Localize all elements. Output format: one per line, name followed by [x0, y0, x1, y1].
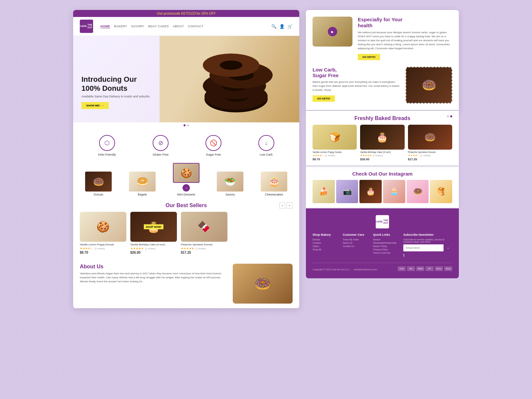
- donuts-svg: [176, 39, 293, 119]
- ig-post-2[interactable]: 📷: [336, 180, 358, 203]
- footer-return-link[interactable]: Return Policy: [373, 245, 398, 247]
- footer-customer-care: Customer Care Track My Order About Us Co…: [343, 233, 368, 258]
- footer-search-link[interactable]: Search: [373, 238, 398, 241]
- feature-lowcarb-label: Low Carb: [260, 153, 273, 156]
- mc-icon: MC: [407, 266, 415, 271]
- freshly-dot-1[interactable]: [447, 115, 449, 117]
- footer-donuts-link[interactable]: Donuts: [313, 238, 337, 241]
- promo-bar: Use promocode KETO123 for 20% OFF: [73, 10, 299, 17]
- freshly-dot-2[interactable]: [450, 115, 452, 117]
- dot-1[interactable]: [184, 124, 186, 126]
- feature-keto-label: Keto Friendly: [98, 153, 116, 156]
- product-1-name: Vanilla Lemon Poppy Donuts: [80, 243, 126, 246]
- footer-logo-box: CARB THE OUT: [376, 215, 389, 228]
- nav-savory[interactable]: SAVORY: [131, 25, 144, 28]
- ig-post-5[interactable]: 🍩: [407, 180, 429, 203]
- footer-care-title: Customer Care: [343, 233, 368, 236]
- nav-contact[interactable]: CONTACT: [188, 25, 203, 28]
- go-keto-button-2[interactable]: GO KETO!: [313, 95, 335, 102]
- keto-content: Especially for Your health We believe ju…: [358, 17, 452, 60]
- product-2-stars: ★★★★★ (1 review): [130, 247, 177, 250]
- hero-title: Introducing Our 100% Donuts: [81, 75, 150, 93]
- product-3-name: Pistachio Sprinkles Donuts: [181, 243, 227, 246]
- cat-mini-arrow[interactable]: →: [183, 184, 190, 192]
- prev-btn[interactable]: ‹: [279, 202, 285, 208]
- freshly-2-name: Vanilla Birthday Cake (9 inch): [360, 151, 404, 153]
- cat-mini-desserts[interactable]: 🍪 → Mini Desserts: [173, 163, 200, 196]
- freshly-2-price: $26.00: [360, 158, 404, 161]
- low-carb-card: Low Carb, Sugar Free Baked goods that ar…: [313, 67, 452, 103]
- next-btn[interactable]: ›: [287, 202, 293, 208]
- feature-gluten-label: Gluten Free: [153, 153, 169, 156]
- footer-track-link[interactable]: Track My Order: [343, 238, 368, 241]
- nav-bdaycakes[interactable]: BDAY CAKES: [148, 25, 169, 28]
- keto-image: ▶: [313, 17, 352, 47]
- nav-icons: 🔍 👤 🛒: [271, 24, 293, 29]
- footer-privacy-link[interactable]: Privacy Policy: [373, 248, 398, 251]
- ig-post-6[interactable]: 🥞: [430, 180, 452, 203]
- googlepay-icon: GPay: [444, 266, 452, 271]
- nav-about[interactable]: ABOUT: [173, 25, 184, 28]
- promo-text: Use promocode KETO123 for 20% OFF: [157, 12, 215, 15]
- product-3-stars: ★★★★★ (1 review): [181, 247, 227, 250]
- freshly-1-stars: ★★★★☆ (1 review): [313, 154, 357, 157]
- ig-post-1[interactable]: 🍰: [313, 180, 335, 203]
- instagram-grid: 🍰 📷 🎂 🧁 🍩 🥞: [313, 180, 452, 203]
- keto-body: We believe just because your lifestyle d…: [358, 31, 452, 51]
- footer-newsletter-title: Subscribe Newsletter: [403, 233, 452, 236]
- cat-cheesecakes[interactable]: 🎂 Cheesecakes: [261, 172, 287, 196]
- best-sellers-section: ‹ › Our Best Sellers 🍪 Vanilla Lemon Pop…: [73, 198, 299, 259]
- footer-wholesale-link[interactable]: Wholesale/Partnership: [373, 242, 398, 244]
- freshly-3-img: 🍩: [408, 125, 452, 150]
- search-icon[interactable]: 🔍: [271, 24, 277, 29]
- footer-social-fb[interactable]: f: [403, 253, 452, 258]
- low-carb-image: 🍩: [406, 67, 452, 103]
- about-text: About Us Valentina and Alfredo began the…: [80, 264, 227, 304]
- nav-home[interactable]: HOME: [100, 25, 110, 28]
- footer-columns: Shop Bakery Donuts Cookies Cakes Shop Al…: [313, 233, 452, 258]
- footer-cookies-link[interactable]: Cookies: [313, 242, 337, 244]
- newsletter-email-input[interactable]: [403, 244, 444, 251]
- hero-content: Introducing Our 100% Donuts Available Sa…: [81, 75, 150, 109]
- paypal-icon: PP: [426, 266, 434, 271]
- footer-cakes-link[interactable]: Cakes: [313, 245, 337, 247]
- footer-shopall-link[interactable]: Shop All: [313, 248, 337, 251]
- about-section: About Us Valentina and Alfredo began the…: [73, 259, 299, 308]
- instagram-section: Check Out Our Instagram 🍰 📷 🎂 🧁 🍩 🥞: [306, 166, 459, 208]
- show-me-button[interactable]: SHOW ME! →: [81, 102, 109, 109]
- cat-donuts[interactable]: 🍩 Donuts: [85, 172, 112, 196]
- cat-savory-label: Savory: [225, 193, 235, 196]
- cart-icon[interactable]: 🛒: [287, 24, 293, 29]
- footer-terms-link[interactable]: Terms of Service: [373, 252, 398, 254]
- newsletter-form: →: [403, 244, 452, 251]
- cat-cheesecakes-label: Cheesecakes: [265, 193, 283, 196]
- cat-savory[interactable]: 🥗 Savory: [217, 172, 243, 196]
- ig-post-4[interactable]: 🧁: [383, 180, 405, 203]
- play-button[interactable]: ▶: [328, 27, 337, 36]
- product-1: 🍪 Vanilla Lemon Poppy Donuts ★★★★☆ (1 re…: [80, 212, 126, 254]
- product-2: SHOP NOW! 🎂 Vanilla Birthday Cake (9 inc…: [130, 212, 177, 254]
- shop-now-badge: SHOP NOW!: [144, 224, 164, 229]
- cat-mini-img: 🍪: [173, 163, 200, 183]
- go-keto-button-1[interactable]: GO KETO!: [358, 54, 380, 60]
- footer-contact-link[interactable]: Contact Us: [343, 245, 368, 247]
- logo[interactable]: CARB THE OUT: [80, 20, 93, 33]
- cat-cheesecakes-img: 🎂: [261, 172, 287, 192]
- product-3: 🍫 Pistachio Sprinkles Donuts ★★★★★ (1 re…: [181, 212, 227, 254]
- freshly-3-name: Pistachio Sprinkles Donuts: [408, 151, 452, 153]
- freshly-2-stars: ★★★★★ (1 review): [360, 154, 404, 157]
- cat-bagels[interactable]: 🥯 Bagels: [129, 172, 156, 196]
- ig-post-3[interactable]: 🎂: [359, 180, 382, 203]
- cat-bagels-img: 🥯: [129, 172, 156, 192]
- dot-2[interactable]: [187, 124, 189, 126]
- user-icon[interactable]: 👤: [279, 24, 285, 29]
- product-3-price: $17.25: [181, 251, 227, 254]
- footer-bottom: Copyright © 2023 Carb the Out LLC hello@…: [313, 263, 452, 272]
- cat-savory-img: 🥗: [217, 172, 243, 192]
- newsletter-submit[interactable]: →: [444, 244, 452, 251]
- freshly-1: 🍞 Vanilla Lemon Poppy Seeds ★★★★☆ (1 rev…: [313, 125, 357, 161]
- hero-section: Introducing Our 100% Donuts Available Sa…: [73, 36, 299, 122]
- footer-about-link[interactable]: About Us: [343, 242, 368, 244]
- footer-newsletter: Subscribe Newsletter Subscribe to receiv…: [403, 233, 452, 258]
- nav-bakery[interactable]: BAKERY: [114, 25, 127, 28]
